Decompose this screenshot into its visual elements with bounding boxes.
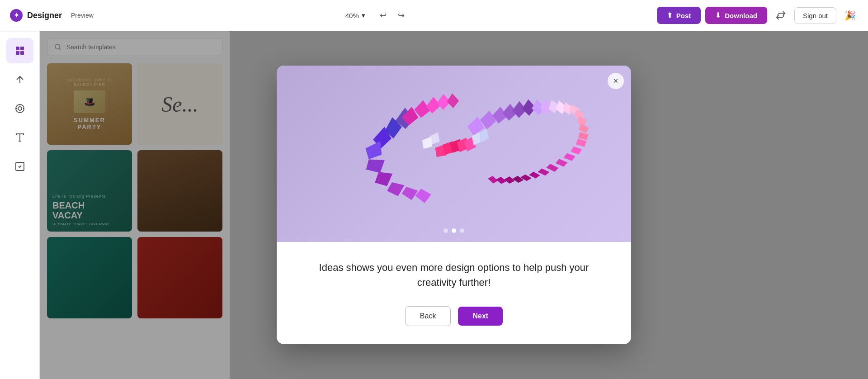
header-center-controls: 40% ▾ ↩ ↪ — [94, 7, 657, 24]
svg-marker-60 — [479, 129, 489, 142]
svg-point-7 — [16, 104, 24, 113]
svg-rect-2 — [16, 47, 19, 50]
app-logo: ✦ Designer Preview — [9, 8, 94, 23]
modal-content: Ideas shows you even more design options… — [277, 242, 631, 344]
svg-text:✦: ✦ — [14, 11, 19, 19]
visuals-icon — [14, 103, 25, 114]
modal-description: Ideas shows you even more design options… — [298, 260, 609, 290]
header: ✦ Designer Preview 40% ▾ ↩ ↪ ⬆ Post ⬇ Do… — [0, 0, 868, 31]
svg-rect-3 — [20, 47, 24, 50]
header-actions: ⬆ Post ⬇ Download Sign out 🎉 — [657, 6, 859, 24]
sign-out-button[interactable]: Sign out — [794, 7, 836, 24]
svg-marker-18 — [415, 186, 432, 204]
dot-1[interactable] — [443, 228, 448, 233]
designer-logo-icon: ✦ — [9, 8, 24, 23]
dot-3[interactable] — [460, 228, 464, 233]
post-icon: ⬆ — [667, 11, 673, 19]
modal-dialog: × — [277, 66, 631, 344]
celebration-icon: 🎉 — [844, 10, 856, 21]
svg-marker-14 — [366, 157, 385, 173]
sidebar-item-tasks[interactable] — [6, 154, 33, 179]
download-button[interactable]: ⬇ Download — [705, 7, 767, 24]
signout-label: Sign out — [803, 12, 828, 19]
preview-badge: Preview — [71, 12, 94, 19]
dot-2[interactable] — [452, 228, 456, 233]
tasks-icon — [14, 161, 25, 172]
templates-icon — [14, 45, 25, 56]
back-button[interactable]: Back — [405, 306, 451, 326]
post-label: Post — [676, 12, 691, 19]
svg-rect-5 — [20, 51, 24, 55]
svg-marker-49 — [504, 175, 515, 185]
modal-overlay: × — [40, 31, 868, 379]
sidebar-item-text[interactable] — [6, 125, 33, 150]
next-button[interactable]: Next — [458, 307, 503, 326]
svg-rect-4 — [16, 51, 19, 55]
share-button[interactable] — [772, 6, 790, 24]
text-icon — [14, 132, 25, 143]
undo-redo-controls: ↩ ↪ — [375, 7, 410, 24]
svg-marker-16 — [387, 179, 404, 197]
svg-point-6 — [18, 107, 22, 110]
modal-actions: Back Next — [298, 306, 609, 326]
svg-marker-48 — [512, 174, 524, 184]
undo-button[interactable]: ↩ — [375, 7, 392, 24]
close-icon: × — [613, 76, 618, 86]
share-icon — [776, 10, 786, 20]
download-label: Download — [725, 12, 757, 19]
app-name: Designer — [27, 11, 62, 20]
sidebar — [0, 31, 40, 379]
modal-carousel-dots — [277, 228, 631, 233]
svg-marker-13 — [365, 141, 383, 160]
sidebar-item-templates[interactable] — [6, 38, 33, 63]
upload-icon — [14, 74, 25, 85]
sidebar-item-upload[interactable] — [6, 67, 33, 92]
main-area: SATURDAY, JULY 31BALBOA PIER 🎩 SUMMERPAR… — [40, 31, 868, 379]
sidebar-item-visuals[interactable] — [6, 96, 33, 121]
modal-close-button[interactable]: × — [608, 73, 624, 89]
post-button[interactable]: ⬆ Post — [657, 7, 701, 24]
download-icon: ⬇ — [715, 11, 721, 19]
celebration-icon-button[interactable]: 🎉 — [841, 6, 859, 24]
svg-marker-46 — [529, 170, 540, 181]
zoom-control[interactable]: 40% ▾ — [341, 9, 370, 22]
redo-button[interactable]: ↪ — [393, 7, 410, 24]
zoom-value: 40% — [345, 12, 359, 19]
svg-marker-47 — [520, 172, 532, 183]
modal-image-area: × — [277, 66, 631, 242]
modal-hero-image — [314, 81, 594, 226]
zoom-chevron-icon: ▾ — [362, 11, 365, 19]
